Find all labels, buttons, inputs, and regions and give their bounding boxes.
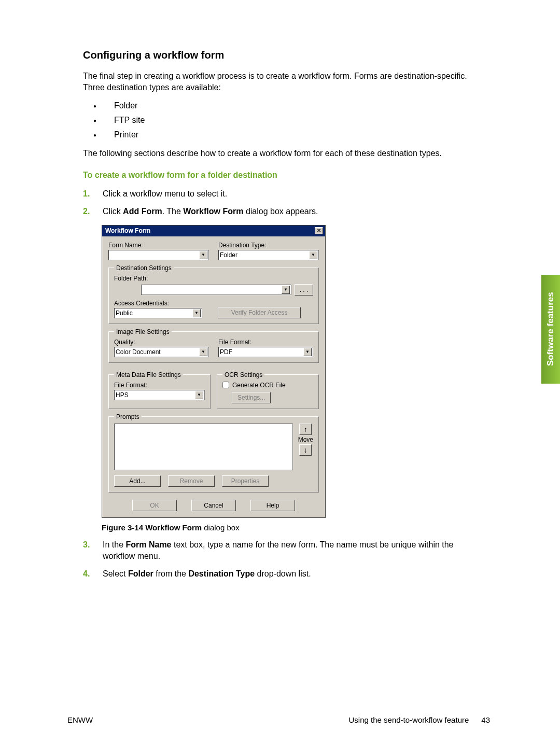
group-legend: Prompts xyxy=(114,413,142,420)
text: dialog box appears. xyxy=(243,207,318,216)
dialog-title: Workflow Form xyxy=(105,227,150,234)
dialog-screenshot: Workflow Form ✕ Form Name: ▼ Destination… xyxy=(102,225,326,518)
select-value: Public xyxy=(116,310,133,317)
caption-prefix: Figure 3-14 xyxy=(102,523,145,532)
quality-label: Quality: xyxy=(114,339,209,346)
checkbox-text: Generate OCR File xyxy=(232,382,286,389)
text-bold: Workflow Form xyxy=(183,207,243,216)
select-value: HPS xyxy=(116,391,129,399)
footer-right-text: Using the send-to-workflow feature xyxy=(349,715,469,724)
ok-button[interactable]: OK xyxy=(132,500,177,511)
verify-folder-access-button[interactable]: Verify Folder Access xyxy=(218,307,301,318)
folder-path-select[interactable]: ▼ xyxy=(141,285,291,295)
step-1: Click a workflow menu to select it. xyxy=(83,188,480,200)
prompts-group: Prompts ↑ Move ↓ Add... Remove Propertie… xyxy=(108,413,319,493)
list-item: FTP site xyxy=(103,116,480,125)
list-item: Folder xyxy=(103,101,480,110)
text-bold: Add Form xyxy=(123,207,162,216)
quality-select[interactable]: Color Document ▼ xyxy=(114,347,209,357)
footer-left: ENWW xyxy=(67,715,93,724)
page-footer: ENWW Using the send-to-workflow feature … xyxy=(67,715,490,724)
access-credentials-select[interactable]: Public ▼ xyxy=(114,308,202,318)
move-down-button[interactable]: ↓ xyxy=(299,444,312,456)
add-prompt-button[interactable]: Add... xyxy=(114,475,161,487)
text: Click xyxy=(103,207,123,216)
move-label: Move xyxy=(298,436,313,443)
sub-heading: To create a workflow form for a folder d… xyxy=(83,171,480,180)
caption-bold: Workflow Form xyxy=(145,523,202,532)
prompts-listbox[interactable] xyxy=(114,424,293,470)
group-legend: Destination Settings xyxy=(114,264,174,272)
chevron-down-icon[interactable]: ▼ xyxy=(192,309,201,317)
group-legend: Meta Data File Settings xyxy=(114,371,183,378)
step-3: In the Form Name text box, type a name f… xyxy=(83,539,480,563)
text-bold: Destination Type xyxy=(188,569,255,578)
group-legend: OCR Settings xyxy=(222,371,264,378)
group-legend: Image File Settings xyxy=(114,328,172,335)
destination-settings-group: Destination Settings Folder Path: ▼ . . … xyxy=(108,264,319,324)
intro-paragraph-2: The following sections describe how to c… xyxy=(83,148,480,159)
ocr-settings-group: OCR Settings Generate OCR File Settings.… xyxy=(217,371,319,409)
chevron-down-icon[interactable]: ▼ xyxy=(303,348,312,356)
caption-suffix: dialog box xyxy=(202,523,240,532)
browse-button[interactable]: . . . xyxy=(295,284,313,296)
steps-list: Click a workflow menu to select it. Clic… xyxy=(83,188,480,218)
steps-list-continued: In the Form Name text box, type a name f… xyxy=(83,539,480,580)
text: . The xyxy=(162,207,184,216)
select-value: Folder xyxy=(220,251,237,259)
remove-prompt-button[interactable]: Remove xyxy=(168,475,215,487)
meta-file-format-select[interactable]: HPS ▼ xyxy=(114,390,205,400)
page-number: 43 xyxy=(481,715,490,724)
select-value: PDF xyxy=(220,348,232,356)
form-name-input[interactable]: ▼ xyxy=(108,250,209,260)
text: from the xyxy=(153,569,189,578)
chevron-down-icon[interactable]: ▼ xyxy=(199,251,207,259)
select-value: Color Document xyxy=(116,348,161,356)
access-credentials-label: Access Credentials: xyxy=(114,300,202,307)
help-button[interactable]: Help xyxy=(250,500,295,511)
ocr-settings-button[interactable]: Settings... xyxy=(232,392,271,403)
chevron-down-icon[interactable]: ▼ xyxy=(282,286,290,294)
destination-types-list: Folder FTP site Printer xyxy=(83,101,480,139)
text-bold: Form Name xyxy=(125,540,171,549)
figure-caption: Figure 3-14 Workflow Form dialog box xyxy=(102,523,480,532)
side-tab: Software features xyxy=(541,275,560,384)
chevron-down-icon[interactable]: ▼ xyxy=(199,348,207,356)
text: Select xyxy=(103,569,128,578)
chevron-down-icon[interactable]: ▼ xyxy=(195,391,203,399)
destination-type-label: Destination Type: xyxy=(218,242,319,249)
text: drop-down list. xyxy=(255,569,311,578)
file-format-label: File Format: xyxy=(218,339,313,346)
folder-path-label: Folder Path: xyxy=(114,275,313,282)
meta-file-format-label: File Format: xyxy=(114,382,205,389)
properties-prompt-button[interactable]: Properties xyxy=(222,475,269,487)
step-2: Click Add Form. The Workflow Form dialog… xyxy=(83,206,480,217)
close-icon[interactable]: ✕ xyxy=(315,227,323,234)
cancel-button[interactable]: Cancel xyxy=(191,500,236,511)
generate-ocr-checkbox-label[interactable]: Generate OCR File xyxy=(222,382,313,389)
dialog-titlebar: Workflow Form ✕ xyxy=(102,226,325,236)
chevron-down-icon[interactable]: ▼ xyxy=(309,251,317,259)
meta-data-file-settings-group: Meta Data File Settings File Format: HPS… xyxy=(108,371,211,409)
intro-paragraph: The final step in creating a workflow pr… xyxy=(83,71,480,93)
destination-type-select[interactable]: Folder ▼ xyxy=(218,250,319,260)
generate-ocr-checkbox[interactable] xyxy=(222,382,229,388)
text: In the xyxy=(103,540,125,549)
move-up-button[interactable]: ↑ xyxy=(299,424,312,435)
section-heading: Configuring a workflow form xyxy=(83,49,480,61)
workflow-form-dialog: Workflow Form ✕ Form Name: ▼ Destination… xyxy=(102,225,326,518)
list-item: Printer xyxy=(103,130,480,139)
form-name-label: Form Name: xyxy=(108,242,209,249)
image-file-format-select[interactable]: PDF ▼ xyxy=(218,347,313,357)
step-4: Select Folder from the Destination Type … xyxy=(83,568,480,580)
text-bold: Folder xyxy=(128,569,153,578)
image-file-settings-group: Image File Settings Quality: Color Docum… xyxy=(108,328,319,363)
